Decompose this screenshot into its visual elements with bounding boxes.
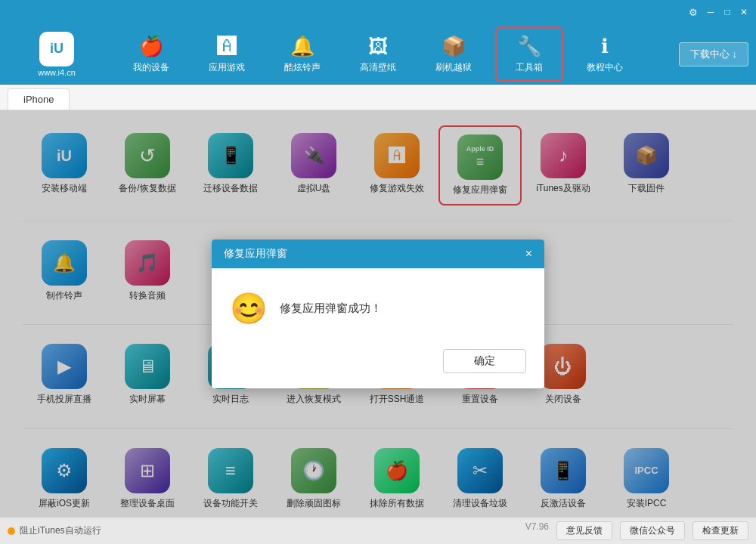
modal-message: 修复应用弹窗成功！	[280, 301, 382, 316]
version-label: V7.96	[525, 521, 549, 540]
minimize-button[interactable]: ─	[705, 6, 717, 18]
nav-jailbreak-label: 刷机越狱	[435, 61, 472, 74]
main-content: iU 安装移动端 ↺ 备份/恢复数据 📱 迁移设备数据 🔌 虚拟U盘 🅰 修复游…	[0, 110, 756, 517]
nav-toolbox[interactable]: 🔧 工具箱	[495, 27, 563, 82]
nav-app-games[interactable]: 🅰 应用游戏	[193, 27, 261, 82]
close-button[interactable]: ✕	[738, 6, 750, 18]
header: iU www.i4.cn 🍎 我的设备 🅰 应用游戏 🔔 酷炫铃声 🖼 高清壁纸…	[0, 24, 756, 85]
modal-dialog: 修复应用弹窗 × 😊 修复应用弹窗成功！ 确定	[212, 240, 544, 388]
nav-app-games-label: 应用游戏	[209, 61, 245, 74]
nav-ringtones[interactable]: 🔔 酷炫铃声	[268, 27, 336, 82]
modal-footer: 确定	[212, 342, 544, 388]
download-label: 下载中心 ↓	[690, 48, 737, 61]
tab-iphone[interactable]: iPhone	[8, 88, 70, 110]
maximize-button[interactable]: □	[721, 6, 733, 18]
title-bar: ⚙ ─ □ ✕	[0, 0, 756, 24]
title-bar-controls: ⚙ ─ □ ✕	[686, 5, 750, 19]
bell-icon: 🔔	[290, 35, 314, 58]
nav-items: 🍎 我的设备 🅰 应用游戏 🔔 酷炫铃声 🖼 高清壁纸 📦 刷机越狱 🔧 工具箱…	[106, 27, 650, 82]
nav-jailbreak[interactable]: 📦 刷机越狱	[420, 27, 488, 82]
download-button[interactable]: 下载中心 ↓	[679, 42, 748, 66]
modal-close-button[interactable]: ×	[525, 248, 532, 260]
info-icon: ℹ	[601, 35, 609, 58]
modal-overlay: 修复应用弹窗 × 😊 修复应用弹窗成功！ 确定	[0, 110, 756, 517]
nav-toolbox-label: 工具箱	[516, 61, 543, 74]
modal-success-icon: 😊	[230, 291, 268, 326]
app-logo: iU	[39, 32, 74, 66]
itunes-status-label: 阻止iTunes自动运行	[20, 524, 101, 537]
settings-icon[interactable]: ⚙	[686, 5, 700, 19]
nav-my-device-label: 我的设备	[133, 61, 169, 74]
modal-header: 修复应用弹窗 ×	[212, 240, 544, 268]
tab-bar: iPhone	[0, 85, 756, 110]
status-right: V7.96 意见反馈 微信公众号 检查更新	[525, 521, 748, 540]
status-bar: 阻止iTunes自动运行 V7.96 意见反馈 微信公众号 检查更新	[0, 517, 756, 544]
nav-wallpapers[interactable]: 🖼 高清壁纸	[344, 27, 412, 82]
modal-ok-button[interactable]: 确定	[443, 349, 526, 373]
modal-body: 😊 修复应用弹窗成功！	[212, 268, 544, 342]
status-dot	[8, 527, 15, 535]
nav-tutorials[interactable]: ℹ 教程中心	[571, 27, 639, 82]
wechat-button[interactable]: 微信公众号	[620, 521, 685, 540]
app-icon: 🅰	[217, 35, 237, 58]
nav-my-device[interactable]: 🍎 我的设备	[117, 27, 185, 82]
wallpaper-icon: 🖼	[368, 35, 388, 58]
logo-url: www.i4.cn	[38, 68, 76, 77]
check-update-button[interactable]: 检查更新	[692, 521, 748, 540]
box-icon: 📦	[442, 35, 466, 58]
modal-title: 修复应用弹窗	[224, 247, 287, 261]
wrench-icon: 🔧	[517, 35, 541, 58]
header-right: 下载中心 ↓	[650, 42, 748, 66]
feedback-button[interactable]: 意见反馈	[556, 521, 612, 540]
status-left: 阻止iTunes自动运行	[8, 524, 525, 537]
apple-icon: 🍎	[139, 35, 163, 58]
nav-tutorials-label: 教程中心	[587, 61, 623, 74]
logo-area: iU www.i4.cn	[8, 32, 106, 77]
tab-iphone-label: iPhone	[23, 94, 54, 105]
nav-wallpapers-label: 高清壁纸	[360, 61, 396, 74]
nav-ringtones-label: 酷炫铃声	[284, 61, 321, 74]
